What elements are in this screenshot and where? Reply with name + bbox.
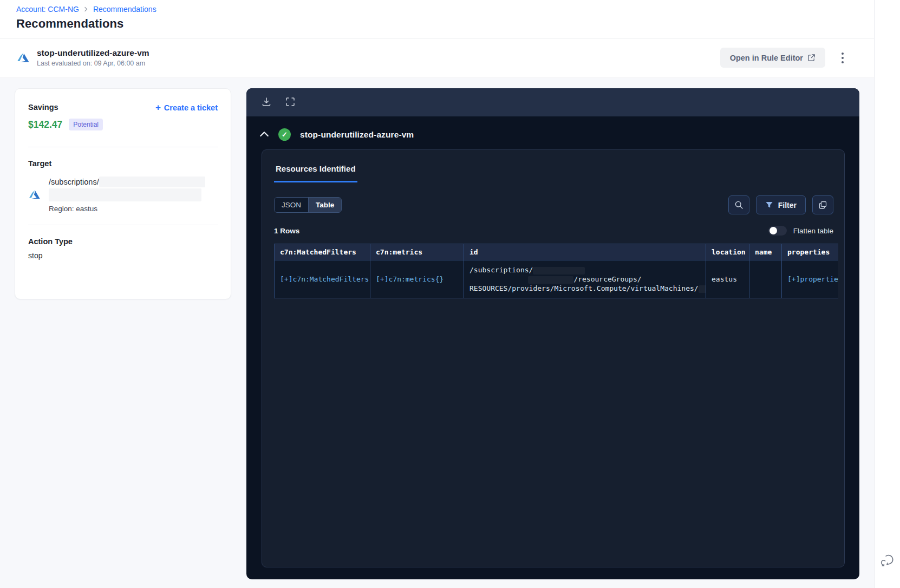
filter-button[interactable]: Filter (756, 195, 806, 214)
target-region: Region: eastus (49, 205, 205, 213)
column-header-c7n-metrics: c7n:metrics (370, 244, 464, 260)
rule-identity: stop-underutilized-azure-vm Last evaluat… (16, 48, 149, 67)
download-icon[interactable] (260, 96, 272, 108)
right-rail (874, 0, 900, 588)
breadcrumb: Account: CCM-NG Recommendations (16, 5, 874, 14)
search-icon[interactable] (728, 195, 749, 214)
panel-rule-name: stop-underutilized-azure-vm (300, 130, 414, 140)
rule-header: stop-underutilized-azure-vm Last evaluat… (0, 38, 874, 77)
rule-last-evaluated: Last evaluated on: 09 Apr, 06:00 am (37, 60, 149, 67)
target-label: Target (28, 159, 218, 168)
resources-table: c7n:MatchedFiltersc7n:metricsidlocationn… (274, 244, 838, 298)
expand-link[interactable]: [+]c7n:metrics{} (376, 275, 444, 283)
flatten-table-label: Flatten table (793, 227, 833, 235)
page-header: Account: CCM-NG Recommendations Recommen… (0, 0, 874, 38)
results-panel: ✓ stop-underutilized-azure-vm Resources … (246, 88, 859, 579)
cell-location: eastus (706, 260, 749, 298)
expand-link[interactable]: [+]properties{} (787, 275, 838, 283)
results-toolbar (246, 88, 859, 116)
action-type-label: Action Type (28, 237, 218, 246)
redacted-subscription-id (49, 188, 201, 201)
rows-count: 1 Rows (274, 227, 299, 235)
create-ticket-label: Create a ticket (164, 103, 218, 112)
card-divider (28, 147, 218, 147)
savings-label: Savings (28, 103, 58, 112)
tab-resources-identified[interactable]: Resources Identified (274, 164, 357, 182)
cell-name (749, 260, 782, 298)
savings-card: Savings + Create a ticket $142.47 Potent… (15, 88, 231, 299)
kebab-menu-icon[interactable] (835, 49, 850, 67)
column-header-id: id (464, 244, 706, 260)
chevron-right-icon (83, 6, 89, 12)
plus-icon: + (155, 103, 161, 112)
breadcrumb-current-link[interactable]: Recommendations (93, 5, 156, 14)
funnel-icon (765, 201, 773, 209)
column-header-c7n-matchedfilters: c7n:MatchedFilters (275, 244, 370, 260)
open-in-rule-editor-label: Open in Rule Editor (730, 54, 803, 62)
check-circle-icon: ✓ (278, 128, 291, 141)
resources-table-container[interactable]: c7n:MatchedFiltersc7n:metricsidlocationn… (274, 244, 838, 298)
card-divider (28, 225, 218, 225)
chevron-up-icon[interactable] (259, 131, 269, 139)
redacted-value (533, 267, 585, 275)
json-view-toggle[interactable]: JSON (275, 198, 308, 212)
savings-amount: $142.47 (28, 119, 62, 130)
azure-logo-icon (28, 188, 41, 201)
open-in-rule-editor-button[interactable]: Open in Rule Editor (720, 48, 825, 68)
copy-icon[interactable] (812, 195, 833, 214)
view-toggle: JSON Table (274, 197, 342, 213)
main-area: Account: CCM-NG Recommendations Recommen… (0, 0, 874, 588)
azure-logo-icon (16, 51, 30, 65)
fullscreen-icon[interactable] (284, 96, 296, 108)
breadcrumb-account-link[interactable]: Account: CCM-NG (16, 5, 79, 14)
table-info-row: 1 Rows Flatten table (274, 226, 833, 236)
cell-properties: [+]properties{} (782, 260, 839, 298)
resources-panel: Resources Identified JSON Table Filter (262, 149, 845, 567)
flatten-table-toggle[interactable] (768, 226, 787, 236)
target-path: /subscriptions/ (49, 177, 205, 187)
potential-badge: Potential (69, 119, 103, 130)
chat-bubbles-icon[interactable] (881, 553, 895, 567)
redacted-subscription-id (99, 177, 205, 187)
redacted-value (528, 276, 573, 284)
rule-name: stop-underutilized-azure-vm (37, 48, 149, 58)
table-view-toggle[interactable]: Table (308, 198, 341, 212)
rule-result-row: ✓ stop-underutilized-azure-vm (246, 116, 859, 148)
cell-c7n-matchedfilters: [+]c7n:MatchedFilters[] (275, 260, 370, 298)
column-header-name: name (749, 244, 782, 260)
external-link-icon (807, 54, 816, 62)
filter-label: Filter (778, 201, 797, 210)
page-title: Recommendations (16, 17, 874, 31)
content-area: Savings + Create a ticket $142.47 Potent… (0, 78, 874, 588)
column-header-properties: properties (782, 244, 839, 260)
expand-link[interactable]: [+]c7n:MatchedFilters[] (280, 275, 370, 283)
view-controls: JSON Table Filter (274, 195, 833, 214)
redacted-value (699, 285, 706, 293)
column-header-location: location (706, 244, 749, 260)
table-row: [+]c7n:MatchedFilters[][+]c7n:metrics{}/… (275, 260, 839, 298)
action-type-value: stop (28, 251, 218, 260)
cell-c7n-metrics: [+]c7n:metrics{} (370, 260, 464, 298)
create-ticket-button[interactable]: + Create a ticket (155, 103, 218, 112)
cell-id: /subscriptions//resourceGroups/RESOURCES… (464, 260, 706, 298)
